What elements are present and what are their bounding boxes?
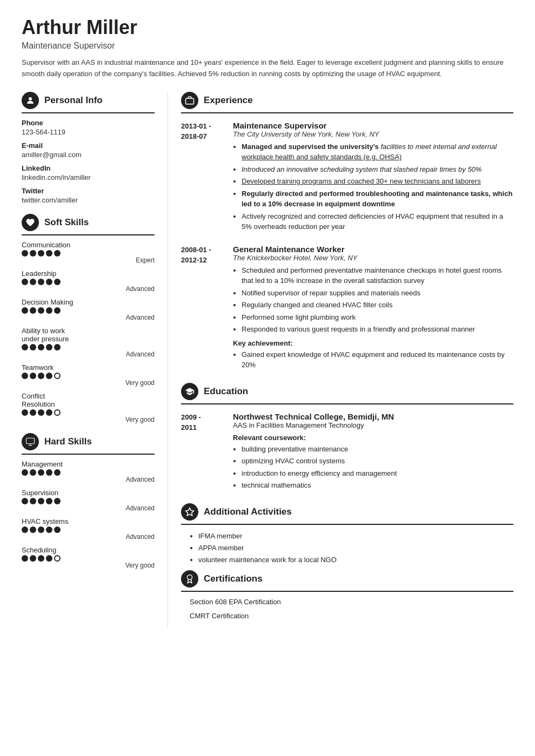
edu-degree: AAS in Facilities Management Technology	[233, 421, 513, 429]
personal-info-twitter-value: twitter.com/amiller	[22, 196, 155, 204]
dot-empty	[54, 555, 61, 562]
applicant-name: Arthur Miller	[22, 16, 513, 39]
personal-info-icon	[22, 92, 39, 109]
skill-decision-making: Decision Making Advanced	[22, 298, 155, 321]
skill-scheduling: Scheduling Very good	[22, 546, 155, 569]
svg-point-0	[29, 97, 32, 100]
skill-ability-to-work: Ability to workunder pressure Advanced	[22, 327, 155, 358]
skill-supervision: Supervision Advanced	[22, 489, 155, 512]
dot-filled	[30, 307, 36, 314]
education-section: Education 2009 -2011 Northwest Technical…	[181, 383, 513, 492]
hard-skills-header: Hard Skills	[22, 433, 155, 455]
job-2-content: General Maintenance Worker The Knickerbo…	[233, 245, 513, 372]
list-item: technical mathematics	[242, 480, 513, 491]
hard-skills-section: Hard Skills Management Advanced Supervis…	[22, 433, 155, 569]
dot-filled	[46, 469, 52, 476]
experience-header: Experience	[181, 92, 513, 113]
skill-conflict-resolution: ConflictResolution Very good	[22, 392, 155, 423]
key-achievement: Key achievement: Gained expert knowledge…	[233, 339, 513, 370]
additional-activities-list: IFMA member APPA member volunteer mainte…	[181, 530, 513, 566]
dot-filled	[38, 250, 44, 256]
dot-filled	[46, 498, 52, 504]
skill-leadership: Leadership Advanced	[22, 269, 155, 293]
personal-info-twitter-label: Twitter	[22, 187, 155, 195]
list-item: optimizing HVAC control systems	[242, 456, 513, 467]
dot-filled	[22, 409, 28, 416]
dot-filled	[54, 498, 61, 504]
additional-activities-title: Additional Activities	[204, 507, 292, 517]
dot-filled	[46, 555, 52, 562]
dot-filled	[38, 344, 44, 350]
hard-skills-icon	[22, 433, 39, 450]
dot-filled	[30, 409, 36, 416]
dot-filled	[30, 250, 36, 256]
certifications-icon	[181, 570, 198, 588]
dot-empty	[54, 409, 61, 416]
list-item: APPA member	[198, 542, 513, 554]
dot-filled	[22, 373, 28, 379]
edu-coursework-label: Relevant coursework:	[233, 434, 513, 442]
education-icon	[181, 383, 198, 400]
list-item: Regularly changed and cleaned HVAC filte…	[242, 300, 513, 310]
edu-coursework-list: building preventative maintenance optimi…	[233, 444, 513, 491]
job-1-bullets: Managed and supervised the university's …	[233, 141, 513, 232]
edu-institution: Northwest Technical College, Bemidji, MN	[233, 412, 513, 421]
dot-filled	[22, 526, 28, 533]
job-1: 2013-01 -2018-07 Maintenance Supervisor …	[181, 121, 513, 234]
experience-section: Experience 2013-01 -2018-07 Maintenance …	[181, 92, 513, 372]
experience-title: Experience	[204, 95, 253, 106]
list-item: Performed some light plumbing work	[242, 312, 513, 323]
additional-activities-header: Additional Activities	[181, 503, 513, 525]
personal-info-section: Personal Info Phone 123-564-1119 E-mail …	[22, 92, 155, 204]
dot-filled	[38, 373, 44, 379]
skill-communication: Communication Expert	[22, 241, 155, 264]
dot-filled	[22, 307, 28, 314]
list-item: Gained expert knowledge of HVAC equipmen…	[242, 349, 513, 370]
education-entry-1: 2009 -2011 Northwest Technical College, …	[181, 412, 513, 492]
list-item: building preventative maintenance	[242, 444, 513, 455]
job-2-bullets: Scheduled and performed preventative mai…	[233, 265, 513, 335]
dot-filled	[22, 469, 28, 476]
cert-item-1: Section 608 EPA Certification	[181, 595, 513, 609]
dot-filled	[54, 250, 61, 256]
personal-info-email-value: amiller@gmail.com	[22, 151, 155, 159]
job-1-content: Maintenance Supervisor The City Universi…	[233, 121, 513, 234]
job-1-company: The City University of New York, New Yor…	[233, 130, 513, 138]
personal-info-linkedin-label: LinkedIn	[22, 164, 155, 172]
list-item: Managed and supervised the university's …	[242, 141, 513, 163]
dot-filled	[22, 344, 28, 350]
education-title: Education	[204, 386, 248, 397]
dot-filled	[30, 469, 36, 476]
list-item: Scheduled and performed preventative mai…	[242, 265, 513, 286]
certifications-section: Certifications Section 608 EPA Certifica…	[181, 570, 513, 623]
personal-info-linkedin-value: linkedin.com/in/amiller	[22, 173, 155, 181]
dot-filled	[38, 307, 44, 314]
summary-text: Supervisor with an AAS in industrial mai…	[22, 57, 513, 80]
dot-filled	[22, 279, 28, 285]
dot-filled	[46, 250, 52, 256]
soft-skills-section: Soft Skills Communication Expert Leaders…	[22, 214, 155, 423]
dot-filled	[30, 344, 36, 350]
job-2-title: General Maintenance Worker	[233, 245, 513, 254]
additional-activities-section: Additional Activities IFMA member APPA m…	[181, 503, 513, 566]
soft-skills-header: Soft Skills	[22, 214, 155, 235]
list-item: Developed training programs and coached …	[242, 176, 513, 187]
dot-filled	[30, 555, 36, 562]
list-item: Responded to various guest requests in a…	[242, 324, 513, 335]
dot-filled	[22, 555, 28, 562]
edu-content: Northwest Technical College, Bemidji, MN…	[233, 412, 513, 492]
svg-rect-1	[26, 438, 35, 444]
dot-filled	[54, 526, 61, 533]
list-item: Introduced an innovative scheduling syst…	[242, 164, 513, 175]
list-item: Actively recognized and corrected defici…	[242, 211, 513, 232]
soft-skills-icon	[22, 214, 39, 231]
personal-info-phone-value: 123-564-1119	[22, 128, 155, 136]
list-item: volunteer maintenance work for a local N…	[198, 554, 513, 566]
job-2-date: 2008-01 -2012-12	[181, 245, 224, 372]
list-item: Notified supervisor of repair supplies a…	[242, 288, 513, 299]
dot-empty	[54, 373, 61, 379]
dot-filled	[46, 526, 52, 533]
personal-info-header: Personal Info	[22, 92, 155, 113]
additional-activities-icon	[181, 503, 198, 521]
applicant-title: Maintenance Supervisor	[22, 41, 513, 51]
